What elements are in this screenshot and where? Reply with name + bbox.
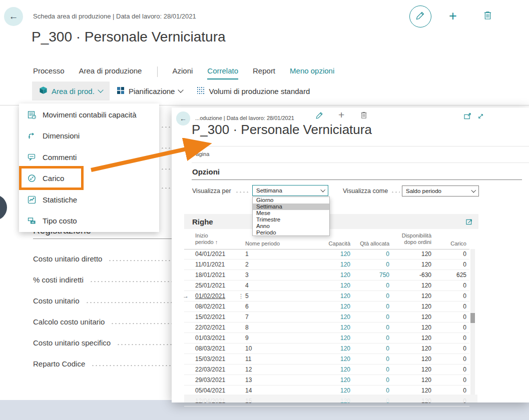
table-row[interactable]: → 08/03/2021 ⋮ 10 120 0 120 0 <box>184 344 469 354</box>
cell-inizio-periodo[interactable]: 29/03/2021 <box>195 375 225 385</box>
column-header-inizio-periodo[interactable]: Inizioperiodo ↑ <box>195 232 218 246</box>
cell-capacita-link[interactable]: 120 <box>340 354 350 364</box>
menu-item[interactable]: Tipo costo <box>19 210 159 232</box>
cell-capacita-link[interactable]: 120 <box>340 291 350 301</box>
cell-inizio-periodo[interactable]: 04/01/2021 <box>195 249 225 259</box>
cell-capacita-link[interactable]: 120 <box>340 364 350 374</box>
cell-qta-allocata-link[interactable]: 0 <box>386 312 389 322</box>
edit-button[interactable] <box>409 6 431 28</box>
delete-button[interactable] <box>483 10 492 22</box>
cell-inizio-periodo[interactable]: 15/02/2021 <box>195 312 225 322</box>
cell-inizio-periodo[interactable]: 01/02/2021 <box>195 291 225 301</box>
cell-inizio-periodo[interactable]: 08/03/2021 <box>195 344 225 354</box>
row-options-icon[interactable]: ⋮ <box>238 291 244 301</box>
cell-capacita-link[interactable]: 120 <box>340 375 350 385</box>
back-button[interactable]: ← <box>4 7 23 26</box>
cell-inizio-periodo[interactable]: 11/01/2021 <box>195 260 225 270</box>
column-header-capacita[interactable]: Capacità <box>329 240 350 246</box>
table-row[interactable]: → 29/03/2021 ⋮ 13 120 0 120 0 <box>184 375 469 386</box>
cell-inizio-periodo[interactable]: 22/02/2021 <box>195 322 225 332</box>
menu-item[interactable]: Movimenti contabili capacità <box>19 104 159 126</box>
cell-inizio-periodo[interactable]: 08/02/2021 <box>195 302 225 312</box>
cell-capacita-link[interactable]: 120 <box>340 280 350 290</box>
cell-inizio-periodo[interactable]: 25/01/2021 <box>195 280 225 290</box>
table-row[interactable]: → 22/02/2021 ⋮ 8 120 0 120 0 <box>184 322 469 333</box>
open-in-new-icon[interactable] <box>466 218 472 225</box>
cell-capacita-link[interactable]: 120 <box>340 322 350 332</box>
table-row[interactable]: → 15/02/2021 ⋮ 7 120 0 120 0 <box>184 312 469 322</box>
cell-capacita-link[interactable]: 120 <box>340 260 350 270</box>
tab-report[interactable]: Report <box>253 66 275 78</box>
dotted-leader <box>161 187 171 188</box>
cell-inizio-periodo[interactable]: 22/03/2021 <box>195 364 225 374</box>
visualizza-per-select[interactable]: Settimana <box>252 185 328 196</box>
table-row[interactable]: → 01/02/2021 ⋮ 5 120 0 120 0 <box>184 291 469 302</box>
cell-qta-allocata-link[interactable]: 0 <box>386 386 389 396</box>
period-option-label: Trimestre <box>256 216 280 222</box>
volumi-produzione-standard-button[interactable]: Volumi di produzione standard <box>190 82 317 100</box>
column-header-carico[interactable]: Carico <box>450 240 466 246</box>
table-row[interactable]: → 01/03/2021 ⋮ 9 120 0 120 0 <box>184 333 469 344</box>
cell-qta-allocata-link[interactable]: 0 <box>386 280 389 290</box>
cell-qta-allocata-link[interactable]: 0 <box>386 302 389 312</box>
cell-capacita-link[interactable]: 120 <box>340 333 350 343</box>
table-row[interactable]: → 11/01/2021 ⋮ 2 120 0 120 0 <box>184 260 469 270</box>
new-button[interactable]: + <box>338 109 344 121</box>
cell-inizio-periodo[interactable]: 05/04/2021 <box>195 386 225 396</box>
side-edge-tab[interactable] <box>0 194 7 220</box>
scrollbar-thumb[interactable] <box>470 313 475 323</box>
cell-capacita-link[interactable]: 120 <box>340 344 350 354</box>
period-option[interactable]: Settimana <box>253 204 329 210</box>
table-row[interactable]: → 04/01/2021 ⋮ 1 120 0 120 0 <box>184 249 469 260</box>
cell-capacita-link[interactable]: 120 <box>340 270 350 280</box>
field-label: Calcolo costo unitario <box>33 318 105 326</box>
menu-item[interactable]: Statistiche <box>19 189 159 210</box>
cell-inizio-periodo[interactable]: 18/01/2021 <box>195 270 225 280</box>
cell-inizio-periodo[interactable]: 15/03/2021 <box>195 354 225 364</box>
cell-carico: 0 <box>463 280 466 290</box>
cell-qta-allocata-link[interactable]: 0 <box>386 322 389 332</box>
cell-qta-allocata-link[interactable]: 0 <box>386 354 389 364</box>
tab-processo[interactable]: Processo <box>33 66 65 78</box>
table-row[interactable]: → 08/02/2021 ⋮ 6 120 0 120 0 <box>184 302 469 312</box>
cell-qta-allocata-link[interactable]: 0 <box>386 344 389 354</box>
tab-meno-opzioni[interactable]: Meno opzioni <box>290 66 334 78</box>
period-option[interactable]: Giorno <box>253 197 329 204</box>
visualizza-come-select[interactable]: Saldo periodo <box>402 186 479 196</box>
pianificazione-menu-button[interactable]: Pianificazione <box>110 82 190 100</box>
cell-qta-allocata-link[interactable]: 0 <box>386 291 389 301</box>
cell-qta-allocata-link[interactable]: 0 <box>386 364 389 374</box>
new-button[interactable]: + <box>449 8 457 24</box>
cell-capacita-link[interactable]: 120 <box>340 302 350 312</box>
column-header-qta-allocata[interactable]: Qtà allocata <box>360 240 389 246</box>
table-row[interactable]: → 22/03/2021 ⋮ 12 120 0 120 0 <box>184 364 469 375</box>
table-row[interactable]: → 15/03/2021 ⋮ 11 120 0 120 0 <box>184 354 469 364</box>
tab-correlato[interactable]: Correlato <box>207 66 238 80</box>
area-di-prod-menu-button[interactable]: Area di prod. <box>32 82 110 100</box>
popout-icon[interactable] <box>464 112 471 122</box>
tab-azioni[interactable]: Azioni <box>172 66 193 78</box>
period-option[interactable]: Mese <box>253 210 329 216</box>
cell-qta-allocata-link[interactable]: 0 <box>386 249 389 259</box>
cell-capacita-link[interactable]: 120 <box>340 386 350 396</box>
back-button[interactable]: ← <box>176 112 190 126</box>
edit-button[interactable] <box>316 112 323 121</box>
expand-icon[interactable] <box>477 112 484 122</box>
cell-capacita-link[interactable]: 120 <box>340 249 350 259</box>
cell-qta-allocata-link[interactable]: 750 <box>379 270 389 280</box>
period-option[interactable]: Periodo <box>253 229 329 236</box>
table-row[interactable]: → 25/01/2021 ⋮ 4 120 0 120 0 <box>184 280 469 291</box>
column-header-disponibilita[interactable]: Disponibilitàdopo ordini <box>402 232 431 246</box>
table-row[interactable]: → 18/01/2021 ⋮ 3 120 750 -630 625 <box>184 270 469 280</box>
cell-inizio-periodo[interactable]: 01/03/2021 <box>195 333 225 343</box>
period-option[interactable]: Anno <box>253 223 329 230</box>
cell-qta-allocata-link[interactable]: 0 <box>386 260 389 270</box>
table-scrollbar[interactable] <box>470 249 475 395</box>
cell-qta-allocata-link[interactable]: 0 <box>386 333 389 343</box>
period-option[interactable]: Trimestre <box>253 216 329 223</box>
cell-capacita-link[interactable]: 120 <box>340 312 350 322</box>
tab-area-di-produzione[interactable]: Area di produzione <box>79 66 142 78</box>
cell-qta-allocata-link[interactable]: 0 <box>386 375 389 385</box>
delete-button[interactable] <box>360 111 367 121</box>
column-header-nome-periodo[interactable]: Nome periodo <box>245 240 280 246</box>
